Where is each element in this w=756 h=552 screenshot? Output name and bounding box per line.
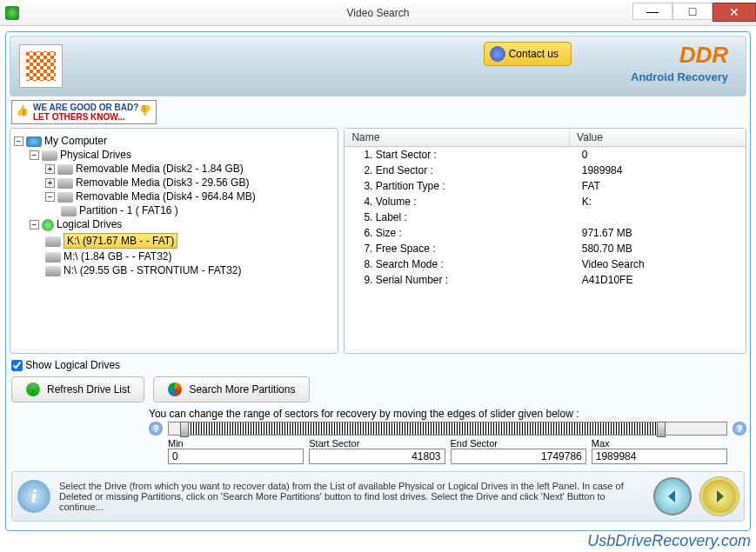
footer-message: Select the Drive (from which you want to… (59, 481, 645, 512)
drive-icon (57, 192, 73, 203)
drive-icon (57, 178, 73, 189)
tree-drive-k[interactable]: K:\ (971.67 MB - - FAT) (64, 233, 177, 249)
tree-toggle[interactable]: + (45, 164, 55, 174)
refresh-icon (26, 382, 40, 396)
search-icon (168, 382, 182, 396)
tree-partition[interactable]: Partition - 1 ( FAT16 ) (79, 204, 178, 216)
tree-toggle[interactable]: − (30, 220, 39, 229)
detail-row: 6. Size :971.67 MB (345, 225, 746, 241)
detail-row: 2. End Sector :1989984 (345, 163, 746, 178)
detail-row: 4. Volume :K: (345, 194, 746, 209)
brand: DDR Android Recovery (631, 42, 728, 83)
help-icon[interactable]: ? (733, 422, 746, 436)
search-more-partitions-button[interactable]: Search More Partitions (153, 376, 310, 402)
sector-range-slider[interactable] (168, 422, 727, 436)
close-button[interactable]: ✕ (713, 3, 756, 22)
tree-toggle[interactable]: − (14, 136, 23, 146)
slider-handle-left[interactable] (180, 422, 189, 437)
volume-icon (45, 252, 61, 263)
detail-row: 1. Start Sector :0 (345, 147, 746, 163)
banner: Contact us DDR Android Recovery (10, 36, 746, 96)
titlebar: Video Search — □ ✕ (0, 0, 756, 26)
col-value: Value (570, 129, 746, 146)
detail-row: 9. Serial Number :A41D10FE (345, 272, 746, 288)
maximize-button[interactable]: □ (672, 3, 713, 20)
minimize-button[interactable]: — (632, 3, 672, 20)
end-sector-input[interactable] (451, 449, 586, 464)
detail-panel: NameValue 1. Start Sector :02. End Secto… (344, 128, 746, 354)
tree-drive-m[interactable]: M:\ (1.84 GB - - FAT32) (64, 250, 171, 263)
volume-icon (45, 236, 61, 247)
app-logo (19, 44, 63, 88)
partition-icon (61, 206, 77, 216)
feedback-button[interactable]: 👍 WE ARE GOOD OR BAD? LET OTHERS KNOW...… (11, 100, 157, 124)
window-title: Video Search (347, 7, 410, 19)
detail-row: 8. Search Mode :Video Search (345, 256, 746, 272)
next-button[interactable] (700, 477, 739, 515)
drive-tree[interactable]: −My Computer −Physical Drives +Removable… (10, 128, 338, 354)
tree-toggle[interactable]: − (30, 150, 39, 160)
info-icon: i (17, 480, 50, 513)
tree-disk2[interactable]: Removable Media (Disk2 - 1.84 GB) (76, 163, 244, 175)
thumb-up-icon: 👍 (16, 104, 29, 116)
contact-us-button[interactable]: Contact us (484, 42, 572, 66)
detail-row: 3. Partition Type :FAT (345, 178, 746, 194)
detail-row: 7. Free Space :580.70 MB (345, 241, 746, 256)
slider-note: You can change the range of sectors for … (149, 408, 746, 420)
min-input[interactable] (168, 449, 304, 464)
tree-toggle[interactable]: + (45, 178, 55, 188)
tree-disk4[interactable]: Removable Media (Disk4 - 964.84 MB) (76, 190, 256, 203)
tree-disk3[interactable]: Removable Media (Disk3 - 29.56 GB) (76, 176, 249, 189)
drive-icon (57, 164, 73, 175)
refresh-drive-list-button[interactable]: Refresh Drive List (11, 376, 144, 402)
tree-logical[interactable]: Logical Drives (57, 218, 122, 230)
tree-physical[interactable]: Physical Drives (60, 149, 131, 161)
computer-icon (26, 136, 42, 147)
detail-row: 5. Label : (345, 209, 746, 225)
logical-icon (42, 219, 54, 231)
volume-icon (45, 266, 61, 276)
back-button[interactable] (653, 477, 692, 515)
tree-toggle[interactable]: − (45, 192, 55, 202)
person-icon (490, 46, 505, 62)
drive-icon (42, 150, 57, 161)
app-icon (5, 6, 19, 20)
show-logical-checkbox[interactable]: Show Logical Drives (11, 359, 120, 371)
watermark: UsbDriveRecovery.com (587, 532, 751, 550)
help-icon[interactable]: ? (149, 422, 163, 436)
tree-drive-n[interactable]: N:\ (29.55 GB - STRONTIUM - FAT32) (64, 264, 241, 276)
thumb-down-icon: 👎 (139, 104, 152, 116)
start-sector-input[interactable] (309, 449, 445, 464)
col-name: Name (345, 129, 570, 146)
slider-handle-right[interactable] (657, 422, 666, 437)
max-input[interactable] (592, 449, 727, 464)
tree-root[interactable]: My Computer (44, 135, 107, 147)
